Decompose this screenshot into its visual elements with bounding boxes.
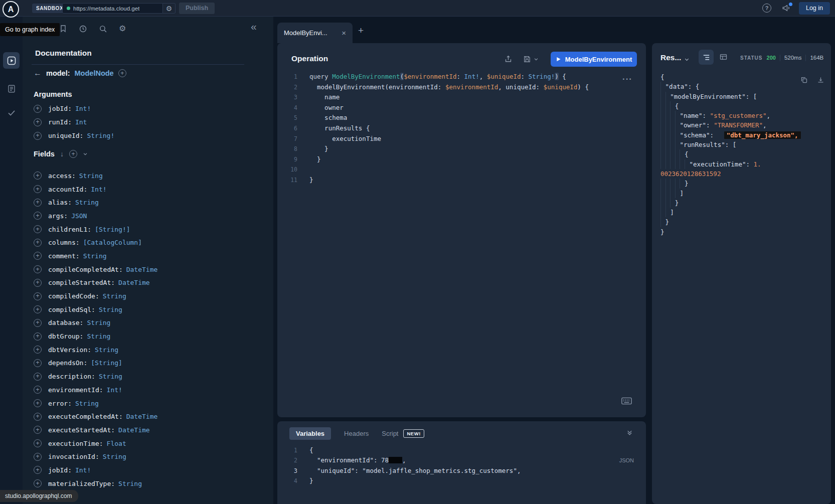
field-type-link[interactable]: [String!] bbox=[95, 226, 130, 233]
login-button[interactable]: Log in bbox=[799, 2, 830, 15]
field-type-link[interactable]: Float bbox=[107, 440, 126, 447]
editor-menu-icon[interactable]: ··· bbox=[622, 74, 632, 84]
field-type-link[interactable]: DateTime bbox=[118, 279, 150, 286]
new-tab-icon[interactable]: + bbox=[358, 25, 364, 36]
save-operation-button[interactable] bbox=[523, 55, 539, 63]
operation-code-editor[interactable]: 1query ModelByEnvironment($environmentId… bbox=[285, 72, 589, 186]
run-button-label: ModelByEnvironment bbox=[565, 56, 632, 63]
add-to-query-icon[interactable]: + bbox=[34, 426, 42, 434]
field-type-link[interactable]: Int! bbox=[75, 466, 91, 474]
field-type-link[interactable]: [CatalogColumn] bbox=[83, 239, 142, 246]
add-to-query-icon[interactable]: + bbox=[34, 105, 42, 113]
add-to-query-icon[interactable]: + bbox=[34, 132, 42, 140]
variables-code-editor[interactable]: 1{2 "environmentId": 78,3 "uniqueId": "m… bbox=[285, 445, 521, 486]
add-to-query-icon[interactable]: + bbox=[34, 252, 42, 260]
indent-guide bbox=[660, 111, 665, 120]
field-type-link[interactable]: [String] bbox=[91, 359, 122, 367]
back-arrow-icon[interactable]: ← bbox=[34, 69, 42, 78]
keyboard-shortcuts-icon[interactable] bbox=[621, 397, 632, 405]
share-icon[interactable] bbox=[504, 55, 513, 63]
add-to-query-icon[interactable]: + bbox=[34, 359, 42, 367]
add-to-query-icon[interactable]: + bbox=[34, 292, 42, 300]
add-to-query-icon[interactable]: + bbox=[34, 118, 42, 126]
add-to-query-icon[interactable]: + bbox=[34, 172, 42, 180]
add-to-query-icon[interactable]: + bbox=[34, 319, 42, 327]
field-type-link[interactable]: String bbox=[75, 400, 99, 407]
sort-icon[interactable]: ↓ bbox=[60, 150, 64, 158]
add-to-query-icon[interactable]: + bbox=[34, 413, 42, 421]
download-response-icon[interactable] bbox=[817, 76, 824, 84]
breadcrumb-type-link[interactable]: ModelNode bbox=[75, 69, 114, 77]
settings-gear-icon[interactable]: ⚙ bbox=[119, 24, 126, 33]
collapse-panel-chevrons-icon[interactable] bbox=[626, 429, 633, 436]
field-type-link[interactable]: String bbox=[83, 252, 107, 260]
field-type-link[interactable]: String bbox=[99, 306, 122, 313]
apollo-logo[interactable]: A bbox=[3, 1, 19, 18]
history-icon[interactable] bbox=[79, 25, 87, 33]
explorer-icon[interactable] bbox=[3, 52, 20, 69]
field-type-link[interactable]: Int! bbox=[91, 186, 106, 193]
copy-response-icon[interactable] bbox=[800, 76, 808, 84]
field-type-link[interactable]: String! bbox=[87, 132, 114, 139]
add-to-query-icon[interactable]: + bbox=[34, 199, 42, 207]
announcements-icon[interactable] bbox=[782, 4, 791, 13]
tab-variables[interactable]: Variables bbox=[289, 427, 331, 440]
add-fields-icon[interactable]: + bbox=[69, 150, 77, 158]
endpoint-url-input[interactable]: https://metadata.cloud.get bbox=[62, 3, 163, 14]
run-operation-button[interactable]: ModelByEnvironment bbox=[551, 52, 637, 67]
code-line: 3 name bbox=[285, 92, 589, 103]
field-type-link[interactable]: String bbox=[118, 480, 142, 487]
bookmark-icon[interactable] bbox=[59, 25, 67, 33]
add-to-query-icon[interactable]: + bbox=[34, 332, 42, 341]
field-type-link[interactable]: String bbox=[75, 199, 99, 206]
add-to-query-icon[interactable]: + bbox=[34, 466, 42, 474]
add-to-query-icon[interactable]: + bbox=[34, 453, 42, 461]
search-icon[interactable] bbox=[99, 25, 107, 33]
add-to-query-icon[interactable]: + bbox=[34, 212, 42, 220]
field-type-link[interactable]: String bbox=[87, 332, 110, 340]
field-type-link[interactable]: DateTime bbox=[126, 266, 158, 273]
add-to-query-icon[interactable]: + bbox=[34, 439, 42, 447]
close-tab-icon[interactable]: × bbox=[342, 29, 346, 37]
schema-icon[interactable] bbox=[3, 80, 20, 97]
add-to-query-icon[interactable]: + bbox=[34, 399, 42, 407]
add-all-fields-icon[interactable]: + bbox=[118, 69, 126, 77]
collapse-panel-icon[interactable]: « bbox=[251, 21, 257, 33]
chevron-down-icon[interactable] bbox=[83, 151, 88, 156]
add-to-query-icon[interactable]: + bbox=[34, 479, 42, 487]
divider bbox=[780, 55, 780, 61]
checklist-icon[interactable] bbox=[3, 104, 20, 121]
field-type-link[interactable]: String bbox=[103, 453, 126, 460]
field-type-link[interactable]: String bbox=[103, 292, 126, 300]
add-to-query-icon[interactable]: + bbox=[34, 346, 42, 354]
table-view-toggle-icon[interactable] bbox=[719, 53, 728, 61]
field-name: compileStartedAt: bbox=[48, 279, 115, 286]
field-type-link[interactable]: String bbox=[95, 346, 118, 354]
field-type-link[interactable]: Int bbox=[75, 118, 87, 126]
field-type-link[interactable]: DateTime bbox=[118, 426, 150, 434]
add-to-query-icon[interactable]: + bbox=[34, 305, 42, 313]
help-icon[interactable]: ? bbox=[762, 4, 771, 13]
tab-script[interactable]: Script bbox=[382, 430, 398, 437]
add-to-query-icon[interactable]: + bbox=[34, 386, 42, 394]
field-type-link[interactable]: String bbox=[79, 172, 103, 180]
response-dropdown-chevron-icon[interactable] bbox=[684, 57, 690, 62]
indent-guide bbox=[660, 149, 665, 159]
add-to-query-icon[interactable]: + bbox=[34, 185, 42, 193]
field-type-link[interactable]: JSON bbox=[71, 212, 87, 220]
tree-view-toggle-icon[interactable] bbox=[699, 50, 714, 65]
tab-headers[interactable]: Headers bbox=[344, 430, 369, 437]
add-to-query-icon[interactable]: + bbox=[34, 239, 42, 247]
field-type-link[interactable]: String bbox=[99, 373, 122, 380]
add-to-query-icon[interactable]: + bbox=[34, 279, 42, 287]
field-type-link[interactable]: DateTime bbox=[126, 413, 158, 420]
add-to-query-icon[interactable]: + bbox=[34, 265, 42, 273]
field-type-link[interactable]: String bbox=[87, 319, 110, 326]
publish-button[interactable]: Publish bbox=[179, 3, 215, 14]
add-to-query-icon[interactable]: + bbox=[34, 373, 42, 381]
field-type-link[interactable]: Int! bbox=[107, 386, 122, 394]
field-type-link[interactable]: Int! bbox=[75, 105, 91, 112]
connection-settings-gear-icon[interactable]: ⚙ bbox=[163, 3, 176, 14]
operation-tab[interactable]: ModelByEnvi... × bbox=[277, 23, 353, 43]
add-to-query-icon[interactable]: + bbox=[34, 225, 42, 233]
